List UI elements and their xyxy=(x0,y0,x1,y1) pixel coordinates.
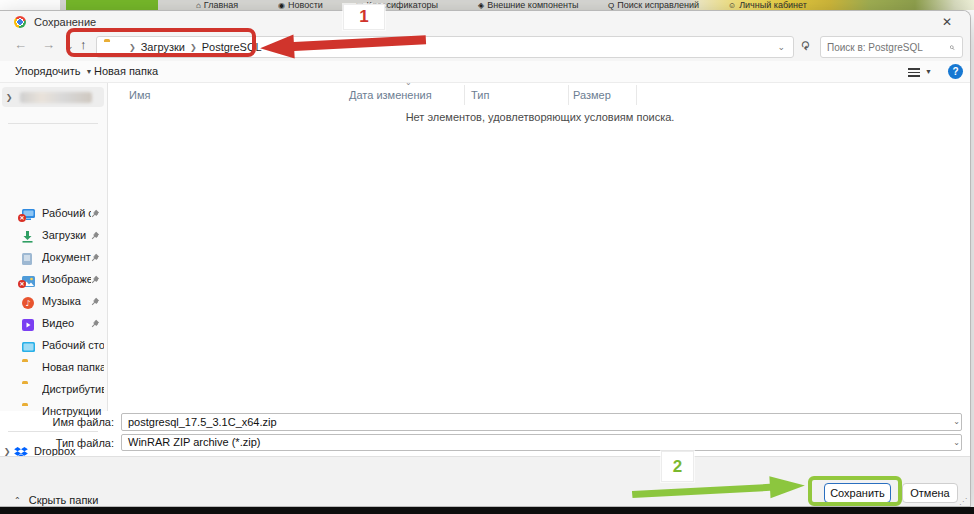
sidebar-item-videos[interactable]: Видео xyxy=(0,313,104,333)
address-dropdown-icon[interactable]: ⌄ xyxy=(777,42,785,52)
divider xyxy=(8,431,98,432)
bg-nav-news: ◉ Новости xyxy=(278,0,323,10)
chevron-down-icon[interactable]: ⌄ xyxy=(953,438,960,447)
sidebar-item-new-folder[interactable]: Новая папка xyxy=(0,357,104,377)
bg-nav-components: ◈ Внешние компоненты xyxy=(478,0,579,10)
bottom-black-bar xyxy=(0,507,974,514)
column-separator xyxy=(568,85,569,105)
column-header-name[interactable]: Имя xyxy=(129,89,150,101)
site-logo xyxy=(66,0,158,10)
sidebar-item-documents[interactable]: Документы xyxy=(0,247,104,267)
components-icon: ◈ xyxy=(478,1,484,10)
screen: ⌂ Главная ◉ Новости ▤ Классификаторы ◈ В… xyxy=(0,0,974,514)
back-button[interactable]: ← xyxy=(14,37,27,52)
bg-nav-home: ⌂ Главная xyxy=(196,0,238,10)
column-separator xyxy=(464,85,465,105)
desktop-folder-icon xyxy=(22,339,36,351)
organize-button[interactable]: Упорядочить ▼ xyxy=(15,65,92,77)
file-name-row: Имя файла: ⌄ xyxy=(0,413,970,431)
dialog-body: ❯ ✕ Рабочий сто xyxy=(0,83,970,411)
file-type-select[interactable]: WinRAR ZIP archive (*.zip) xyxy=(121,434,962,451)
user-icon: ☺ xyxy=(728,1,736,10)
resize-grip[interactable]: ⋰ xyxy=(959,497,967,506)
music-icon: ♪ xyxy=(22,295,36,307)
annotation-highlight-save xyxy=(808,476,902,506)
empty-list-message: Нет элементов, удовлетворяющих условиям … xyxy=(109,111,971,123)
svg-text:♪: ♪ xyxy=(25,299,30,308)
sidebar-item-desktop-folder[interactable]: Рабочий стол xyxy=(0,335,104,355)
news-icon: ◉ xyxy=(278,1,285,10)
annotation-step-2: 2 xyxy=(661,451,694,482)
divider xyxy=(8,123,98,124)
chevron-right-icon[interactable]: ❯ xyxy=(2,93,16,102)
pin-icon xyxy=(91,270,100,288)
chevron-up-icon: ⌃ xyxy=(14,496,21,505)
chevron-down-icon[interactable]: ⌄ xyxy=(953,417,960,426)
column-header-size[interactable]: Размер xyxy=(573,89,611,101)
file-list: ⌄ Имя Дата изменения Тип Размер Нет элем… xyxy=(109,83,971,411)
annotation-highlight-address xyxy=(66,28,256,57)
sort-direction-icon[interactable]: ⌄ xyxy=(405,78,412,87)
pin-icon xyxy=(91,248,100,266)
home-icon: ⌂ xyxy=(196,1,201,10)
hide-folders-button[interactable]: ⌃ Скрыть папки xyxy=(14,494,98,506)
bg-nav-search-fixes: Q Поиск исправлений xyxy=(608,0,699,10)
navigation-sidebar: ❯ ✕ Рабочий сто xyxy=(0,83,108,411)
bg-nav-account: ☺ Личный кабинет xyxy=(728,0,807,10)
file-name-input[interactable] xyxy=(121,413,962,431)
column-separator xyxy=(636,85,637,105)
pin-icon xyxy=(91,204,100,222)
sidebar-item-music[interactable]: ♪ Музыка xyxy=(0,291,104,311)
downloads-icon xyxy=(22,229,36,241)
pin-icon xyxy=(91,292,100,310)
close-button[interactable]: ✕ xyxy=(932,11,962,33)
search-icon: ⌕ xyxy=(949,41,955,53)
file-type-label: Тип файла: xyxy=(0,437,114,449)
column-header-date[interactable]: Дата изменения xyxy=(349,89,432,101)
sidebar-item-desktop[interactable]: ✕ Рабочий сто xyxy=(0,203,104,223)
sync-error-badge: ✕ xyxy=(18,214,26,222)
pictures-icon: ✕ xyxy=(22,273,36,285)
dialog-title: Сохранение xyxy=(34,16,96,28)
folder-icon xyxy=(22,383,36,395)
forward-button[interactable]: → xyxy=(42,37,55,52)
documents-icon xyxy=(22,251,36,263)
chevron-down-icon: ▼ xyxy=(85,68,92,75)
sidebar-item-pictures[interactable]: ✕ Изображени xyxy=(0,269,104,289)
column-header-type[interactable]: Тип xyxy=(471,89,489,101)
pin-icon xyxy=(91,226,100,244)
desktop-icon: ✕ xyxy=(22,207,36,219)
background-webpage-strip: ⌂ Главная ◉ Новости ▤ Классификаторы ◈ В… xyxy=(0,0,974,10)
annotation-step-1: 1 xyxy=(343,4,385,30)
chevron-down-icon[interactable]: ▼ xyxy=(925,68,932,75)
file-type-row: Тип файла: WinRAR ZIP archive (*.zip) ⌄ xyxy=(0,434,970,452)
pin-icon xyxy=(91,314,100,332)
search-icon: Q xyxy=(608,1,614,10)
search-box[interactable]: ⌕ xyxy=(820,36,963,58)
help-icon[interactable]: ? xyxy=(948,64,963,79)
sidebar-item-downloads[interactable]: Загрузки xyxy=(0,225,104,245)
sidebar-item-quick-access[interactable]: ❯ xyxy=(2,87,104,107)
sidebar-item-distributiv[interactable]: Дистрибутив ru xyxy=(0,379,104,399)
file-name-label: Имя файла: xyxy=(0,416,114,428)
folder-icon xyxy=(22,361,36,373)
new-folder-button[interactable]: Новая папка xyxy=(94,65,158,77)
redacted-account-name xyxy=(20,92,92,103)
sync-error-badge: ✕ xyxy=(18,280,26,288)
search-input[interactable] xyxy=(827,38,942,56)
chrome-icon xyxy=(14,16,26,28)
cancel-button[interactable]: Отмена xyxy=(902,483,958,503)
refresh-button[interactable]: ⟳ xyxy=(798,41,812,51)
videos-icon xyxy=(22,317,36,329)
view-mode-icon[interactable] xyxy=(908,68,920,77)
save-dialog: Сохранение ✕ ← → ⌄ ↑ ❯ Загрузки ❯ Postgr… xyxy=(0,10,971,507)
dialog-toolbar: Упорядочить ▼ Новая папка ▼ ? xyxy=(0,61,970,83)
